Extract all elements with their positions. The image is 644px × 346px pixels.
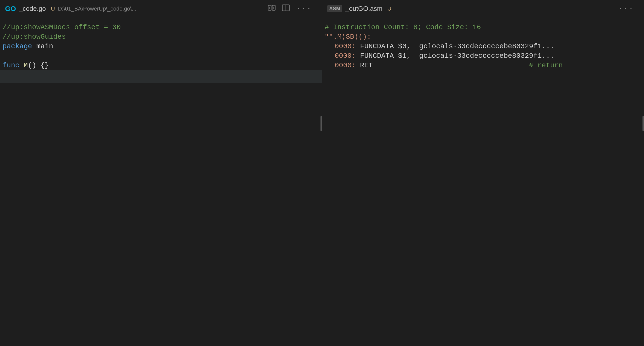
code-line-4 xyxy=(0,51,322,61)
asm-language-icon: ASM xyxy=(327,5,342,12)
code-text: () {} xyxy=(28,61,49,70)
left-tab-filename[interactable]: _code.go xyxy=(19,5,46,13)
empty-line xyxy=(3,70,7,80)
right-tab-bar: ASM _outGO.asm U ··· xyxy=(322,0,644,17)
editor-container: GO _code.go U D:\01_BA\PowerUp\_code.go\… xyxy=(0,0,644,346)
asm-line-1: # Instruction Count: 8; Code Size: 16 xyxy=(322,23,644,32)
left-tab-actions: ··· xyxy=(268,4,317,13)
editors-row: //up:showASMDocs offset = 30 //up:showGu… xyxy=(0,18,644,346)
right-tab-actions: ··· xyxy=(618,4,639,13)
keyword-package: package xyxy=(3,42,32,51)
asm-ret: RET xyxy=(360,61,373,70)
asm-line-4: 0000: FUNCDATA $1, gclocals·33cdeccccceb… xyxy=(322,51,644,61)
asm-text xyxy=(356,42,360,51)
right-scrollbar-thumb xyxy=(642,116,644,131)
left-scrollbar-thumb xyxy=(320,116,322,131)
go-language-icon: GO xyxy=(5,5,16,13)
asm-text xyxy=(356,61,360,70)
code-line-1: //up:showASMDocs offset = 30 xyxy=(0,23,322,32)
code-text: //up:showGuides xyxy=(3,32,66,42)
left-scrollbar[interactable] xyxy=(319,18,322,346)
left-editor-pane: //up:showASMDocs offset = 30 //up:showGu… xyxy=(0,18,322,346)
func-name: M xyxy=(24,61,28,70)
asm-text: gclocals·33cdecccccebe80329f1... xyxy=(411,42,554,51)
asm-line-3: 0000: FUNCDATA $0, gclocals·33cdeccccceb… xyxy=(322,42,644,51)
compare-button[interactable] xyxy=(268,4,276,13)
right-editor-pane: # Instruction Count: 8; Code Size: 16 ""… xyxy=(322,18,644,346)
left-tab-bar: GO _code.go U D:\01_BA\PowerUp\_code.go\… xyxy=(0,0,322,17)
asm-text: $0, xyxy=(394,42,411,51)
left-tab-path: D:\01_BA\PowerUp\_code.go\... xyxy=(58,6,136,12)
asm-ret-comment: # return xyxy=(529,61,563,70)
right-tab-badge: U xyxy=(387,6,391,12)
more-actions-left-button[interactable]: ··· xyxy=(296,4,312,13)
code-text xyxy=(19,61,24,70)
asm-address-3: 0000: xyxy=(335,61,356,70)
code-line-2: //up:showGuides xyxy=(0,32,322,42)
split-editor-button[interactable] xyxy=(282,4,290,13)
left-editor-content[interactable]: //up:showASMDocs offset = 30 //up:showGu… xyxy=(0,18,322,346)
asm-line-5: 0000: RET # return xyxy=(322,61,644,70)
code-line-5: func M () {} xyxy=(0,61,322,70)
empty-line xyxy=(3,51,7,61)
code-text: //up:showASMDocs offset = 30 xyxy=(3,23,121,32)
tab-bar: GO _code.go U D:\01_BA\PowerUp\_code.go\… xyxy=(0,0,644,18)
asm-text xyxy=(356,51,360,61)
code-line-3: package main xyxy=(0,42,322,51)
asm-comment-1: # Instruction Count: 8; Code Size: 16 xyxy=(325,23,481,32)
code-line-6 xyxy=(0,70,322,83)
right-scrollbar[interactable] xyxy=(641,18,644,346)
keyword-func: func xyxy=(3,61,19,70)
code-text: main xyxy=(32,42,53,51)
right-editor-content[interactable]: # Instruction Count: 8; Code Size: 16 ""… xyxy=(322,18,644,346)
asm-address-2: 0000: xyxy=(335,51,356,61)
asm-label: "".M(SB)(): xyxy=(325,32,371,42)
asm-text: $1, xyxy=(394,51,411,61)
asm-mnemonic-2: FUNCDATA xyxy=(360,51,394,61)
asm-mnemonic-1: FUNCDATA xyxy=(360,42,394,51)
left-tab-badge: U xyxy=(51,6,55,12)
more-actions-right-button[interactable]: ··· xyxy=(618,4,634,13)
asm-text: gclocals·33cdecccccebe80329f1... xyxy=(411,51,554,61)
asm-text xyxy=(373,61,529,70)
asm-line-2: "".M(SB)(): xyxy=(322,32,644,42)
asm-address-1: 0000: xyxy=(335,42,356,51)
right-tab-filename[interactable]: _outGO.asm xyxy=(345,5,382,13)
